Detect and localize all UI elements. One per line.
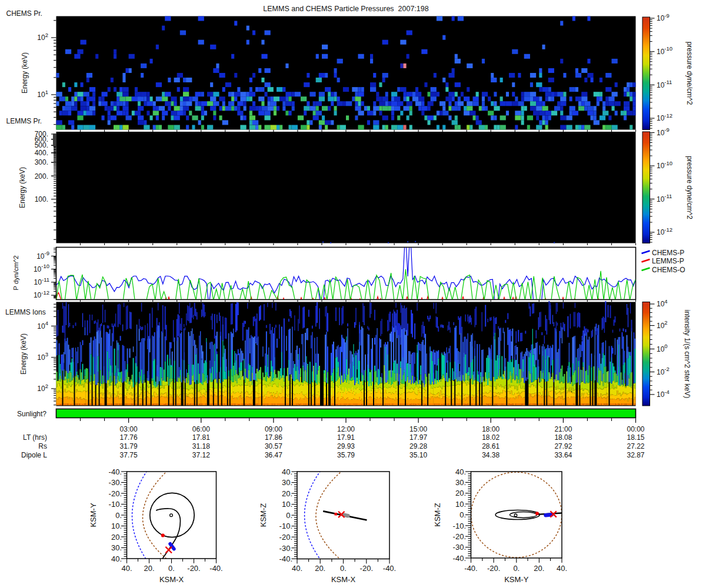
svg-text:-20.: -20. — [453, 532, 466, 541]
svg-text:Energy (keV): Energy (keV) — [21, 52, 29, 93]
svg-text:17.76: 17.76 — [120, 433, 138, 442]
svg-text:37.12: 37.12 — [192, 451, 210, 459]
svg-text:18.15: 18.15 — [627, 433, 644, 442]
svg-text:35.10: 35.10 — [409, 451, 427, 459]
svg-text:-20.: -20. — [187, 564, 200, 573]
svg-text:20.: 20. — [282, 489, 292, 498]
svg-text:-20.: -20. — [487, 564, 500, 573]
svg-text:09:00: 09:00 — [265, 425, 282, 433]
svg-text:36.47: 36.47 — [265, 451, 282, 459]
svg-text:KSM-Y: KSM-Y — [89, 503, 98, 527]
svg-text:-10.: -10. — [279, 522, 292, 530]
svg-text:30.: 30. — [111, 543, 122, 552]
svg-text:31.79: 31.79 — [120, 442, 138, 450]
svg-text:-20.: -20. — [109, 489, 122, 498]
svg-text:29.93: 29.93 — [337, 442, 355, 450]
svg-text:LEMMS-P: LEMMS-P — [652, 257, 684, 265]
svg-text:18.02: 18.02 — [482, 433, 499, 442]
svg-text:18.08: 18.08 — [554, 433, 572, 442]
svg-text:21:00: 21:00 — [554, 425, 572, 433]
svg-text:0.: 0. — [286, 511, 292, 520]
svg-text:0.: 0. — [168, 564, 175, 573]
svg-text:28.61: 28.61 — [482, 442, 499, 450]
svg-text:-40.: -40. — [383, 564, 396, 573]
svg-text:200.: 200. — [35, 172, 48, 181]
svg-text:-40.: -40. — [109, 467, 122, 476]
svg-text:KSM-X: KSM-X — [331, 575, 356, 584]
svg-text:pressure dyne/cm^2: pressure dyne/cm^2 — [685, 156, 694, 219]
svg-text:-10.: -10. — [453, 522, 466, 530]
svg-text:12:00: 12:00 — [337, 425, 355, 433]
svg-text:LEMMS Ions: LEMMS Ions — [5, 308, 46, 316]
svg-text:20.: 20. — [534, 564, 544, 573]
svg-text:20.: 20. — [455, 489, 466, 497]
svg-text:40.: 40. — [292, 564, 302, 573]
svg-text:0.: 0. — [115, 511, 122, 520]
svg-text:LEMMS and CHEMS Particle Press: LEMMS and CHEMS Particle Pressures 2007:… — [263, 5, 428, 13]
svg-text:30.: 30. — [282, 478, 292, 487]
svg-text:Dipole L: Dipole L — [21, 451, 47, 459]
svg-text:P dyn/cm^2: P dyn/cm^2 — [12, 255, 19, 290]
svg-text:400.: 400. — [35, 149, 48, 157]
svg-text:KSM-X: KSM-X — [159, 575, 184, 584]
svg-text:31.18: 31.18 — [192, 442, 210, 450]
svg-text:29.28: 29.28 — [409, 442, 427, 450]
svg-text:20.: 20. — [315, 564, 325, 573]
svg-text:intensity 1/(s cm^2 ster keV): intensity 1/(s cm^2 ster keV) — [683, 310, 691, 398]
svg-text:20.: 20. — [144, 564, 154, 573]
svg-text:40.: 40. — [455, 467, 466, 476]
svg-text:-30.: -30. — [279, 544, 292, 553]
svg-text:KSM-Y: KSM-Y — [504, 575, 529, 584]
svg-text:30.: 30. — [455, 478, 466, 487]
svg-text:Rs: Rs — [38, 442, 47, 450]
svg-text:0.: 0. — [340, 564, 347, 573]
svg-text:0.: 0. — [459, 510, 466, 519]
svg-text:-40.: -40. — [464, 564, 477, 573]
svg-text:-40.: -40. — [453, 554, 466, 563]
svg-text:KSM-Z: KSM-Z — [433, 503, 442, 527]
svg-text:17.86: 17.86 — [265, 433, 282, 442]
svg-text:-30.: -30. — [453, 543, 466, 552]
svg-text:17.91: 17.91 — [337, 433, 355, 442]
svg-text:Energy (keV): Energy (keV) — [19, 333, 28, 375]
svg-text:40.: 40. — [282, 467, 292, 476]
svg-text:06:00: 06:00 — [192, 425, 210, 433]
svg-text:10.: 10. — [455, 500, 466, 509]
svg-text:37.75: 37.75 — [120, 451, 138, 459]
svg-text:-40.: -40. — [279, 554, 292, 563]
svg-text:32.87: 32.87 — [627, 451, 644, 459]
svg-text:100.: 100. — [35, 195, 48, 203]
svg-text:KSM-Z: KSM-Z — [259, 503, 268, 527]
svg-text:34.38: 34.38 — [482, 451, 499, 459]
svg-text:00:00: 00:00 — [627, 425, 644, 433]
svg-text:Sunlight?: Sunlight? — [17, 410, 46, 418]
svg-text:0.: 0. — [513, 564, 519, 573]
svg-text:-20.: -20. — [360, 564, 373, 573]
svg-text:pressure dyne/cm^2: pressure dyne/cm^2 — [685, 42, 694, 105]
svg-text:10.: 10. — [282, 500, 292, 509]
svg-text:CHEMS-O: CHEMS-O — [652, 266, 685, 274]
svg-text:17.97: 17.97 — [409, 433, 427, 442]
svg-text:10.: 10. — [111, 522, 122, 530]
svg-text:300.: 300. — [35, 158, 48, 166]
svg-text:40.: 40. — [557, 564, 567, 573]
svg-text:30.57: 30.57 — [265, 442, 282, 450]
svg-text:03:00: 03:00 — [120, 425, 138, 433]
svg-text:27.92: 27.92 — [554, 442, 572, 450]
svg-text:27.22: 27.22 — [627, 442, 644, 450]
svg-text:Energy (keV): Energy (keV) — [18, 167, 26, 208]
svg-text:15:00: 15:00 — [409, 425, 427, 433]
svg-text:-40.: -40. — [209, 564, 222, 573]
svg-text:-10.: -10. — [109, 500, 122, 509]
svg-text:CHEMS Pr.: CHEMS Pr. — [6, 9, 42, 18]
svg-text:17.81: 17.81 — [192, 433, 210, 442]
svg-text:18:00: 18:00 — [482, 425, 499, 433]
svg-text:CHEMS-P: CHEMS-P — [652, 249, 684, 257]
svg-text:-20.: -20. — [279, 533, 292, 542]
svg-text:35.79: 35.79 — [337, 451, 355, 459]
svg-text:LT (hrs): LT (hrs) — [23, 433, 47, 442]
svg-text:-30.: -30. — [109, 478, 122, 487]
svg-text:LEMMS Pr.: LEMMS Pr. — [6, 117, 42, 125]
svg-text:33.64: 33.64 — [554, 451, 572, 459]
svg-text:40.: 40. — [111, 554, 122, 563]
